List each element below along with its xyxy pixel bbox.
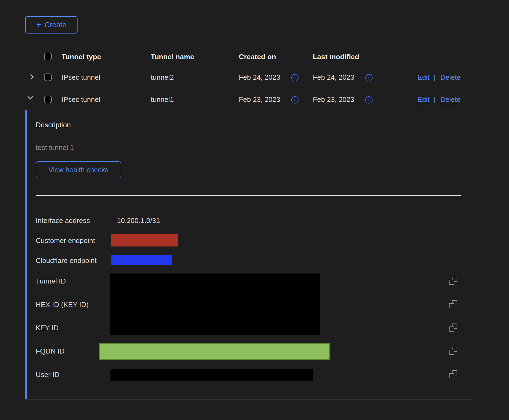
cloudflare-endpoint-label: Cloudflare endpoint xyxy=(36,256,97,265)
row2-created-info-icon[interactable]: i xyxy=(291,96,299,104)
row1-edit-link[interactable]: Edit xyxy=(417,74,430,81)
key-id-label: KEY ID xyxy=(36,324,59,332)
description-value: test tunnel 1 xyxy=(36,144,74,152)
fqdn-id-label: FQDN ID xyxy=(36,347,65,355)
cloudflare-endpoint-redacted-value xyxy=(111,255,172,265)
create-button[interactable]: + Create xyxy=(25,16,78,34)
user-id-label: User ID xyxy=(36,371,59,379)
plus-icon: + xyxy=(36,20,41,29)
user-id-copy-button[interactable] xyxy=(449,370,457,378)
ipsec-tunnels-page: + Create Tunnel type Tunnel name Created… xyxy=(0,0,509,420)
row2-action-separator: | xyxy=(434,96,436,103)
detail-section-divider xyxy=(36,195,461,196)
row1-cell-tunnel-type: IPsec tunnel xyxy=(62,74,100,81)
row2-cell-created-on: Feb 23, 2023 xyxy=(239,96,280,103)
row1-delete-link[interactable]: Delete xyxy=(440,74,461,81)
hex-id-label: HEX ID (KEY ID) xyxy=(36,301,89,309)
user-id-redacted-value xyxy=(110,369,313,381)
hex-id-copy-button[interactable] xyxy=(449,300,457,308)
row2-checkbox[interactable] xyxy=(44,96,52,103)
copy-icon xyxy=(449,373,454,378)
row2-cell-last-modified: Feb 23, 2023 xyxy=(313,96,354,103)
customer-endpoint-redacted-value xyxy=(111,234,178,246)
row2-cell-tunnel-type: IPsec tunnel xyxy=(62,96,100,103)
select-all-checkbox[interactable] xyxy=(44,53,52,60)
ids-redacted-block xyxy=(110,274,320,335)
column-header-created-on: Created on xyxy=(239,53,276,61)
row2-cell-tunnel-name: tunnel1 xyxy=(151,96,174,103)
row1-divider xyxy=(25,88,472,88)
header-divider xyxy=(25,67,472,67)
view-health-checks-button[interactable]: View health checks xyxy=(36,161,121,178)
copy-icon xyxy=(449,350,454,355)
tunnel-id-label: Tunnel ID xyxy=(36,277,66,285)
fqdn-id-copy-button[interactable] xyxy=(449,347,457,355)
row2-modified-info-icon[interactable]: i xyxy=(365,96,373,104)
row1-cell-created-on: Feb 24, 2023 xyxy=(239,74,280,81)
row1-expand-chevron-right-icon[interactable] xyxy=(28,74,34,80)
key-id-copy-button[interactable] xyxy=(449,324,457,332)
interface-address-label: Interface address xyxy=(36,216,90,225)
table-bottom-divider xyxy=(25,399,472,399)
tunnel-id-copy-button[interactable] xyxy=(449,277,457,285)
column-header-tunnel-type: Tunnel type xyxy=(62,53,101,61)
row1-cell-last-modified: Feb 24, 2023 xyxy=(313,74,354,81)
row2-collapse-chevron-down-icon[interactable] xyxy=(28,94,33,99)
copy-icon xyxy=(449,303,454,308)
copy-icon xyxy=(449,280,454,285)
row1-action-separator: | xyxy=(434,74,436,81)
view-health-checks-label: View health checks xyxy=(48,166,108,174)
row1-modified-info-icon[interactable]: i xyxy=(365,74,373,81)
row1-checkbox[interactable] xyxy=(44,74,52,81)
create-button-label: Create xyxy=(45,21,66,29)
row2-delete-link[interactable]: Delete xyxy=(440,96,461,103)
customer-endpoint-label: Customer endpoint xyxy=(36,236,95,245)
row1-created-info-icon[interactable]: i xyxy=(291,74,299,81)
description-label: Description xyxy=(36,121,71,129)
copy-icon xyxy=(449,326,454,332)
row1-cell-tunnel-name: tunnel2 xyxy=(151,74,174,81)
row2-edit-link[interactable]: Edit xyxy=(417,96,430,103)
column-header-last-modified: Last modified xyxy=(313,53,359,61)
fqdn-id-redacted-value xyxy=(99,343,330,360)
expanded-row-accent-bar xyxy=(25,110,27,399)
interface-address-value: 10.200.1.0/31 xyxy=(117,216,160,225)
column-header-tunnel-name: Tunnel name xyxy=(151,53,194,61)
